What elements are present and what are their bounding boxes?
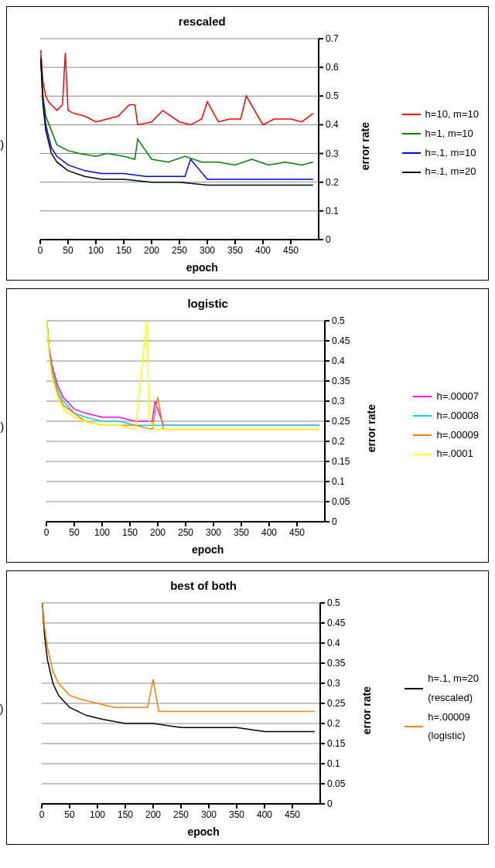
svg-text:200: 200 <box>150 527 166 538</box>
svg-text:350: 350 <box>227 245 243 256</box>
svg-text:450: 450 <box>289 527 305 538</box>
legend-label: h=.1, m=10 <box>425 144 476 163</box>
legend-swatch <box>413 454 432 455</box>
svg-text:0.2: 0.2 <box>332 436 345 447</box>
svg-text:250: 250 <box>173 809 189 820</box>
legend-label: h=.0001 <box>436 444 473 464</box>
svg-text:0.1: 0.1 <box>332 476 345 487</box>
legend-label: h=.1, m=20 <box>425 162 476 182</box>
chart-plot: 00.050.10.150.20.250.30.350.40.450.50501… <box>39 315 360 542</box>
chart-panel-b: logistic00.050.10.150.20.250.30.350.40.4… <box>6 288 489 563</box>
svg-text:300: 300 <box>206 527 221 538</box>
svg-text:350: 350 <box>234 527 249 538</box>
panel-label: (c) <box>0 701 4 714</box>
panel-label: (a) <box>0 137 4 150</box>
svg-text:0.5: 0.5 <box>326 90 339 101</box>
svg-text:0.6: 0.6 <box>326 62 339 73</box>
legend-swatch <box>402 114 421 115</box>
svg-text:0.4: 0.4 <box>326 119 339 130</box>
svg-text:250: 250 <box>172 245 187 256</box>
x-axis-label: epoch <box>192 543 224 556</box>
chart-title: best of both <box>170 579 237 592</box>
svg-text:0.5: 0.5 <box>327 597 340 608</box>
svg-text:0: 0 <box>326 234 331 245</box>
svg-text:100: 100 <box>94 527 110 538</box>
svg-text:0.4: 0.4 <box>332 356 345 366</box>
svg-text:0: 0 <box>38 245 43 256</box>
legend-item: h=.00008 <box>413 407 479 426</box>
svg-text:300: 300 <box>201 809 217 820</box>
series-line <box>46 321 319 425</box>
svg-text:450: 450 <box>283 245 299 256</box>
series-line <box>43 603 315 711</box>
legend-swatch <box>405 726 423 727</box>
legend: h=.1, m=20(rescaled)h=.00009(logistic) <box>405 669 479 746</box>
legend-label: h=.00009 <box>436 426 479 445</box>
svg-text:0.5: 0.5 <box>332 315 345 326</box>
legend-label: h=.00008 <box>436 407 479 426</box>
legend-item: h=.00009 <box>413 426 479 445</box>
svg-text:150: 150 <box>122 527 138 538</box>
legend-label: h=.00007 <box>436 387 479 407</box>
svg-text:0.25: 0.25 <box>327 698 346 709</box>
legend-label: h=.00009(logistic) <box>428 708 470 746</box>
legend-item: h=1, m=10 <box>402 124 479 144</box>
svg-text:150: 150 <box>118 809 133 820</box>
legend-item: h=10, m=10 <box>402 105 479 124</box>
legend-swatch <box>402 152 421 154</box>
series-line <box>43 603 315 731</box>
svg-text:0.2: 0.2 <box>326 177 339 188</box>
svg-text:0.7: 0.7 <box>326 33 339 44</box>
svg-text:0.3: 0.3 <box>326 148 339 159</box>
legend-item: h=.1, m=20(rescaled) <box>405 669 479 707</box>
svg-text:0: 0 <box>43 527 49 538</box>
svg-text:0.4: 0.4 <box>327 638 340 648</box>
svg-text:0.15: 0.15 <box>332 456 350 467</box>
legend-item: h=.1, m=10 <box>402 144 479 163</box>
chart-plot: 00.10.20.30.40.50.60.7050100150200250300… <box>32 32 354 260</box>
svg-text:50: 50 <box>64 809 75 820</box>
legend-swatch <box>413 415 432 417</box>
series-line <box>41 59 313 185</box>
svg-text:0.45: 0.45 <box>332 335 350 346</box>
legend-swatch <box>402 172 421 173</box>
chart-title: rescaled <box>179 15 226 28</box>
svg-text:350: 350 <box>229 809 244 820</box>
svg-text:400: 400 <box>261 527 277 538</box>
chart-title: logistic <box>187 297 228 310</box>
legend: h=10, m=10h=1, m=10h=.1, m=10h=.1, m=20 <box>402 105 479 182</box>
legend-swatch <box>413 434 432 436</box>
svg-text:0.1: 0.1 <box>326 206 339 216</box>
svg-text:0.35: 0.35 <box>332 376 350 386</box>
svg-text:200: 200 <box>144 245 159 256</box>
svg-text:0.45: 0.45 <box>327 618 346 628</box>
svg-text:100: 100 <box>88 245 104 256</box>
svg-text:100: 100 <box>90 809 105 820</box>
legend-swatch <box>413 396 432 397</box>
svg-text:0: 0 <box>332 516 337 527</box>
series-line <box>46 321 319 425</box>
svg-text:400: 400 <box>257 809 272 820</box>
svg-text:0.1: 0.1 <box>327 758 340 769</box>
legend-label: h=10, m=10 <box>425 105 479 124</box>
chart-panel-a: rescaled00.10.20.30.40.50.60.70501001502… <box>6 6 489 281</box>
svg-text:50: 50 <box>69 527 80 538</box>
legend: h=.00007h=.00008h=.00009h=.0001 <box>413 387 479 464</box>
series-line <box>46 321 319 429</box>
panel-label: (b) <box>0 419 4 432</box>
svg-text:0.05: 0.05 <box>332 496 350 507</box>
svg-text:0.2: 0.2 <box>327 718 340 729</box>
legend-swatch <box>402 133 421 134</box>
series-line <box>41 56 313 165</box>
chart-panel-c: best of both00.050.10.150.20.250.30.350.… <box>6 570 489 845</box>
svg-text:200: 200 <box>145 809 161 820</box>
svg-text:300: 300 <box>200 245 215 256</box>
y-axis-label: error rate <box>360 686 373 734</box>
legend-label: h=1, m=10 <box>425 124 473 144</box>
svg-text:0: 0 <box>39 809 45 820</box>
legend-item: h=.0001 <box>413 444 479 464</box>
series-line <box>46 321 319 429</box>
svg-text:0.15: 0.15 <box>327 738 346 749</box>
x-axis-label: epoch <box>187 825 219 838</box>
legend-label: h=.1, m=20(rescaled) <box>428 669 479 707</box>
